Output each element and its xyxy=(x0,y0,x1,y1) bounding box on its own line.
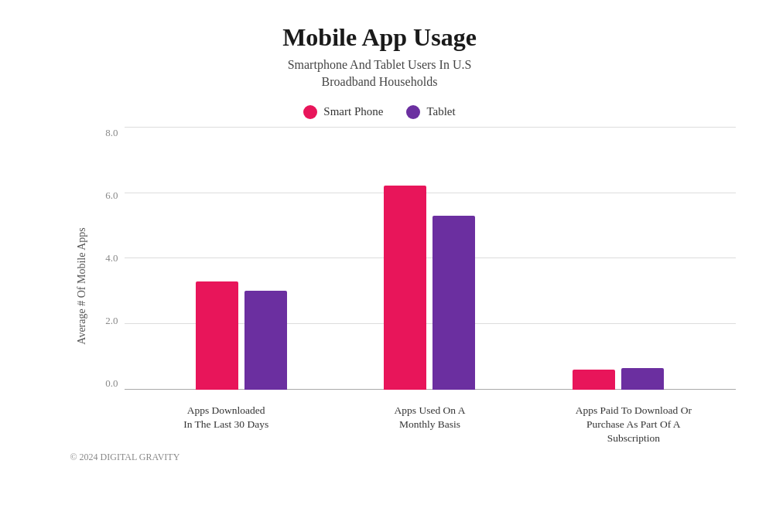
bar-paid-tablet xyxy=(621,368,664,390)
y-label-4: 4.0 xyxy=(105,252,118,264)
bar-downloaded-tablet xyxy=(244,291,287,390)
footer: © 2024 DIGITAL GRAVITY xyxy=(70,452,736,463)
bar-monthly-smartphone xyxy=(384,186,426,390)
x-label-downloaded: Apps DownloadedIn The Last 30 Days xyxy=(164,404,288,446)
x-label-paid: Apps Paid To Download OrPurchase As Part… xyxy=(572,404,696,446)
x-label-monthly: Apps Used On AMonthly Basis xyxy=(368,404,491,446)
bar-monthly-tablet xyxy=(432,216,475,390)
y-label-6: 6.0 xyxy=(105,189,118,202)
bar-group-downloaded xyxy=(196,281,287,390)
bar-group-paid xyxy=(573,368,664,390)
chart-container: Mobile App Usage Smartphone And Tablet U… xyxy=(0,0,759,532)
bar-downloaded-smartphone xyxy=(196,281,238,390)
bar-paid-smartphone xyxy=(573,370,615,390)
smartphone-label: Smart Phone xyxy=(323,105,383,118)
chart-title: Mobile App Usage xyxy=(282,23,477,52)
chart-subtitle: Smartphone And Tablet Users In U.S Broad… xyxy=(288,56,472,91)
y-label-8: 8.0 xyxy=(105,127,118,139)
smartphone-dot xyxy=(303,105,317,119)
y-label-0: 0.0 xyxy=(105,377,118,390)
tablet-label: Tablet xyxy=(426,105,455,118)
legend: Smart Phone Tablet xyxy=(303,105,455,119)
legend-smartphone: Smart Phone xyxy=(303,105,383,119)
tablet-dot xyxy=(406,105,420,119)
y-label-2: 2.0 xyxy=(105,315,118,327)
bar-group-monthly xyxy=(384,186,475,390)
legend-tablet: Tablet xyxy=(406,105,455,119)
y-axis-title: Average # Of Mobile Apps xyxy=(76,227,88,344)
